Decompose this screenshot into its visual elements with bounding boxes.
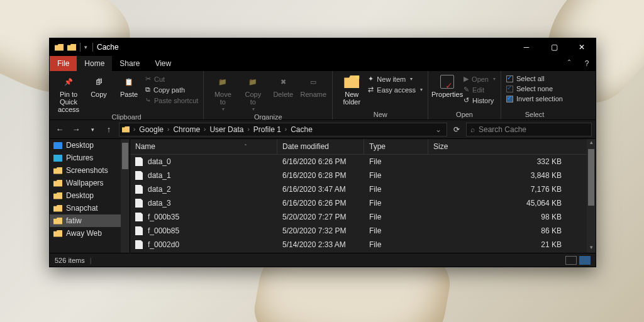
sidebar-item-label: Screenshots	[66, 166, 108, 175]
chevron-down-icon: ▾	[493, 76, 496, 82]
file-row[interactable]: data_36/16/2020 6:26 PMFile45,064 KB	[130, 196, 596, 210]
sidebar-item[interactable]: Wallpapers⚲	[50, 177, 130, 189]
file-modified: 5/14/2020 2:33 AM	[277, 239, 364, 250]
file-row[interactable]: data_16/16/2020 6:28 PMFile3,848 KB	[130, 169, 596, 182]
file-scrollbar[interactable]: ▴ ▾	[587, 139, 596, 253]
sidebar-item[interactable]: fatiw⚲	[50, 214, 130, 227]
column-header-name[interactable]: Nameˆ	[130, 139, 277, 154]
breadcrumb-item[interactable]: User Data	[209, 125, 243, 134]
sidebar-item[interactable]: Pictures⚲	[50, 152, 130, 164]
new-item-icon: ✦	[368, 75, 374, 83]
file-row[interactable]: f_000b855/20/2020 7:32 PMFile86 KB	[130, 224, 596, 238]
breadcrumb-item[interactable]: Cache	[291, 125, 313, 134]
sidebar-scrollbar[interactable]	[121, 139, 130, 253]
collapse-ribbon-button[interactable]: ˆ	[560, 56, 578, 71]
rename-button[interactable]: ▭Rename	[298, 72, 328, 98]
titlebar[interactable]: ▾ Cache ─ ▢ ✕	[50, 38, 596, 56]
select-none-button[interactable]: Select none	[505, 84, 564, 93]
file-modified: 6/16/2020 6:28 PM	[277, 170, 364, 181]
move-to-button[interactable]: 📁Move to▾	[208, 72, 238, 113]
qat-dropdown-icon[interactable]: ▾	[84, 44, 87, 50]
file-icon	[135, 185, 143, 194]
column-header-size[interactable]: Size	[428, 139, 596, 154]
copy-button[interactable]: 🗐 Copy	[84, 72, 114, 98]
properties-button[interactable]: Properties	[432, 72, 462, 98]
file-icon	[135, 226, 143, 235]
tab-home[interactable]: Home	[77, 56, 112, 71]
paste-shortcut-button[interactable]: ⤷Paste shortcut	[144, 96, 199, 105]
new-folder-button[interactable]: New folder	[336, 72, 367, 106]
help-icon[interactable]: ?	[578, 56, 596, 71]
select-none-icon	[506, 86, 513, 92]
recent-dropdown[interactable]: ▾	[86, 126, 99, 133]
paste-button[interactable]: 📋 Paste	[114, 72, 144, 98]
new-item-button[interactable]: ✦New item▾	[367, 74, 424, 84]
copy-icon: 🗐	[91, 74, 107, 89]
up-button[interactable]: ↑	[103, 125, 115, 134]
column-header-type[interactable]: Type	[364, 139, 428, 154]
ribbon-group-select: Select all Select none Invert selection …	[501, 71, 568, 119]
scroll-up-button[interactable]: ▴	[587, 139, 596, 148]
scroll-down-button[interactable]: ▾	[587, 244, 596, 253]
file-name: data_2	[148, 185, 171, 194]
close-button[interactable]: ✕	[568, 38, 596, 56]
file-row[interactable]: f_000b355/20/2020 7:27 PMFile98 KB	[130, 210, 596, 224]
sidebar-item[interactable]: Away Web⚲	[50, 227, 130, 240]
tab-file[interactable]: File	[50, 56, 77, 71]
window-title: Cache	[93, 43, 119, 52]
tab-view[interactable]: View	[147, 56, 179, 71]
file-type: File	[364, 170, 428, 181]
file-row[interactable]: data_26/16/2020 3:47 AMFile7,176 KB	[130, 182, 596, 196]
select-all-button[interactable]: Select all	[505, 74, 564, 83]
address-dropdown[interactable]: ⌄	[433, 125, 444, 134]
new-folder-icon	[343, 74, 360, 89]
column-header-modified[interactable]: Date modified	[277, 139, 364, 154]
breadcrumb-item[interactable]: Profile 1	[253, 125, 281, 134]
invert-selection-button[interactable]: Invert selection	[505, 94, 564, 103]
copy-to-icon: 📁	[245, 74, 261, 89]
refresh-button[interactable]: ⟳	[451, 125, 462, 134]
file-list: Nameˆ Date modified Type Size data_06/16…	[130, 139, 596, 253]
forward-button[interactable]: →	[70, 125, 82, 134]
qat-folder-icon[interactable]	[67, 44, 76, 51]
breadcrumb-item[interactable]: Chrome	[173, 125, 200, 134]
delete-button[interactable]: ✖Delete	[268, 72, 298, 98]
sidebar-item[interactable]: Screenshots⚲	[50, 164, 130, 177]
copy-path-button[interactable]: ⧉Copy path	[144, 85, 199, 94]
details-view-button[interactable]	[565, 256, 577, 265]
copy-to-button[interactable]: 📁Copy to▾	[238, 72, 268, 113]
history-button[interactable]: ↺History	[462, 96, 497, 105]
pin-quick-access-button[interactable]: 📌 Pin to Quick access	[53, 72, 84, 113]
open-button[interactable]: ▶Open▾	[462, 74, 497, 84]
ribbon-tabs: File Home Share View ˆ ?	[50, 56, 596, 71]
search-box[interactable]: ⌕ Search Cache	[466, 123, 592, 136]
file-size: 21 KB	[428, 239, 596, 250]
sidebar-item-label: Snapchat	[66, 204, 98, 213]
back-button[interactable]: ←	[53, 125, 66, 134]
file-row[interactable]: f_0002d05/14/2020 2:33 AMFile21 KB	[130, 238, 596, 252]
sidebar-item[interactable]: Desktop⚲	[50, 139, 130, 152]
sidebar-item[interactable]: Desktop⚲	[50, 189, 130, 202]
file-name: f_000b85	[148, 226, 179, 235]
sidebar-item-label: Desktop	[66, 141, 94, 150]
breadcrumb[interactable]: › Google› Chrome› User Data› Profile 1› …	[119, 123, 447, 136]
breadcrumb-item[interactable]: Google	[139, 125, 164, 134]
file-row[interactable]: data_06/16/2020 6:26 PMFile332 KB	[130, 155, 596, 169]
file-icon	[135, 171, 143, 180]
minimize-button[interactable]: ─	[513, 38, 540, 56]
content-area: Desktop⚲Pictures⚲Screenshots⚲Wallpapers⚲…	[50, 139, 596, 253]
scrollbar-thumb[interactable]	[588, 149, 594, 206]
move-icon: 📁	[214, 74, 231, 89]
easy-access-button[interactable]: ⇄Easy access▾	[367, 85, 424, 94]
maximize-button[interactable]: ▢	[540, 38, 568, 56]
sidebar-item[interactable]: Snapchat⚲	[50, 202, 130, 214]
ribbon-group-open: Properties ▶Open▾ ✎Edit ↺History Open	[428, 71, 501, 119]
cut-button[interactable]: ✂Cut	[144, 74, 199, 84]
thumbnails-view-button[interactable]	[579, 256, 591, 265]
tab-share[interactable]: Share	[112, 56, 147, 71]
select-all-icon	[506, 75, 513, 82]
chevron-right-icon: ›	[245, 126, 251, 133]
edit-button[interactable]: ✎Edit	[462, 85, 497, 94]
scrollbar-thumb[interactable]	[122, 143, 128, 169]
chevron-down-icon: ▾	[420, 87, 423, 92]
